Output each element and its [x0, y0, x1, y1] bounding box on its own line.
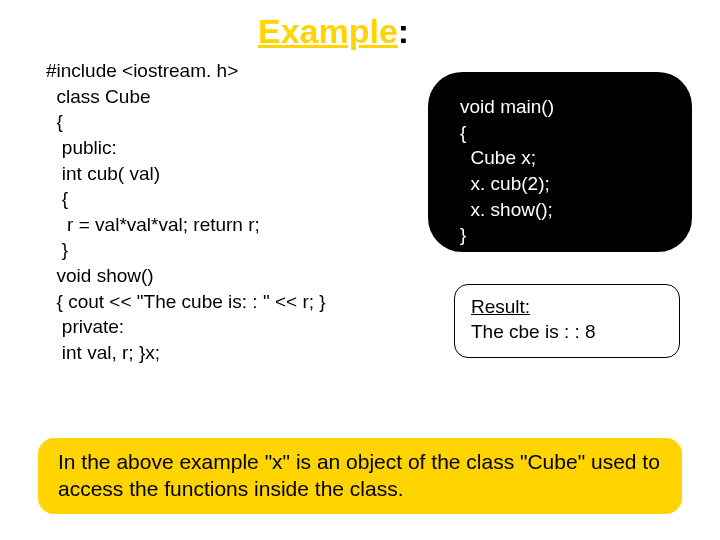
code-block-main: void main() { Cube x; x. cub(2); x. show… — [428, 72, 692, 252]
footer-note: In the above example "x" is an object of… — [38, 438, 682, 514]
title-colon: : — [398, 12, 409, 50]
slide-title: Example: — [258, 12, 409, 51]
result-label: Result: — [471, 295, 663, 320]
code-block-class: #include <iostream. h> class Cube { publ… — [46, 58, 326, 366]
result-text: The cbe is : : 8 — [471, 320, 663, 345]
result-box: Result: The cbe is : : 8 — [454, 284, 680, 358]
title-word: Example — [258, 12, 398, 50]
